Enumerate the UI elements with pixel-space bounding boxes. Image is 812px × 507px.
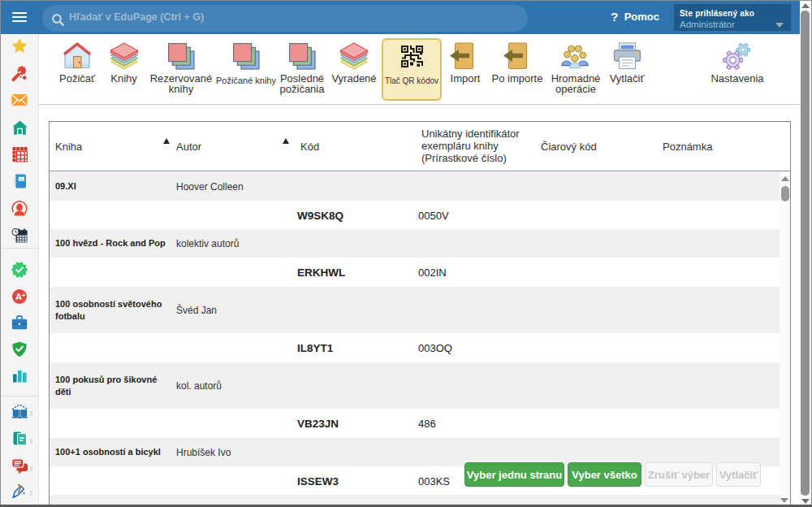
- svg-text:+: +: [22, 291, 26, 298]
- svg-text:A: A: [15, 291, 22, 301]
